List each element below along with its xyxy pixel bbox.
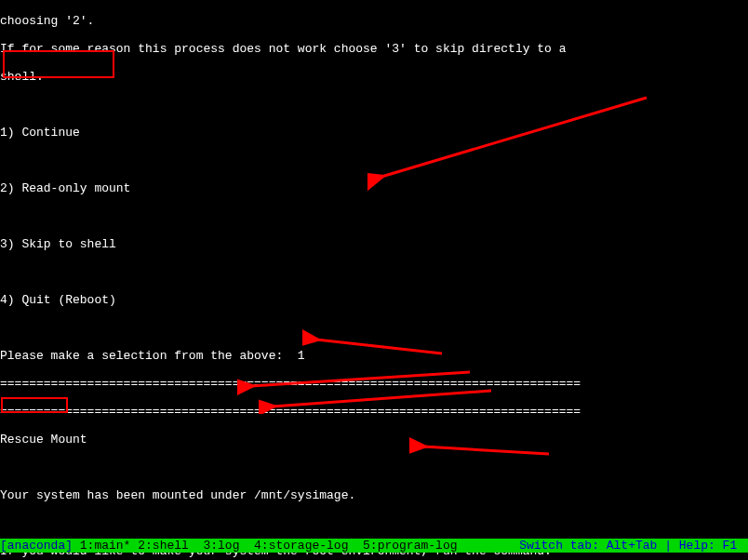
terminal-line xyxy=(0,98,748,112)
selection-prompt[interactable]: Please make a selection from the above: … xyxy=(0,349,748,363)
menu-option-skip-shell[interactable]: 3) Skip to shell xyxy=(0,237,748,251)
terminal-line xyxy=(0,321,748,335)
terminal-line xyxy=(0,516,748,530)
status-context: [anaconda] xyxy=(0,539,73,553)
terminal-output: choosing '2'. If for some reason this pr… xyxy=(0,0,748,560)
terminal-line: If for some reason this process does not… xyxy=(0,42,748,56)
terminal-line: shell. xyxy=(0,70,748,84)
menu-option-readonly[interactable]: 2) Read-only mount xyxy=(0,181,748,195)
divider: ========================================… xyxy=(0,377,748,391)
status-tabs[interactable]: 1:main* 2:shell 3:log 4:storage-log 5:pr… xyxy=(73,539,457,553)
divider: ========================================… xyxy=(0,405,748,419)
terminal-line xyxy=(0,209,748,223)
status-bar: [anaconda] 1:main* 2:shell 3:log 4:stora… xyxy=(0,539,748,553)
terminal-line: choosing '2'. xyxy=(0,14,748,28)
menu-option-quit[interactable]: 4) Quit (Reboot) xyxy=(0,293,748,307)
status-help: Switch tab: Alt+Tab | Help: F1 xyxy=(519,539,748,553)
terminal-line xyxy=(0,460,748,474)
terminal-line xyxy=(0,153,748,167)
terminal-line xyxy=(0,265,748,279)
terminal-line: Your system has been mounted under /mnt/… xyxy=(0,488,748,502)
section-title: Rescue Mount xyxy=(0,433,748,447)
menu-option-continue[interactable]: 1) Continue xyxy=(0,126,748,140)
